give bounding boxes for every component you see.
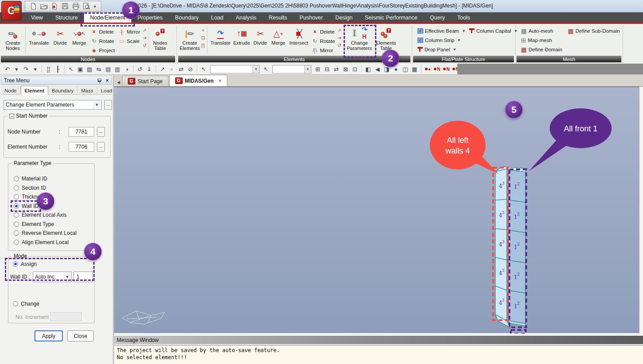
snap-settings-icon[interactable]: ⣿ [44, 65, 53, 73]
display-element-number-icon[interactable]: N [442, 65, 451, 73]
project-nodes-button[interactable]: ◈Project [89, 46, 117, 55]
scale-nodes-button[interactable]: ▭Scale [117, 36, 142, 46]
radio-element-local-axis[interactable]: Element Local Axis [13, 211, 67, 220]
activate-all-icon[interactable]: ⊠ [341, 65, 350, 73]
unselect-single-icon[interactable]: ↗ [158, 65, 167, 73]
translate-elements-button[interactable]: ↷ Translate [209, 26, 232, 46]
tab-midas-gen[interactable]: G MIDAS/Gen × [169, 75, 227, 86]
zoom-window-icon[interactable]: ◧ [364, 65, 373, 73]
menu-results[interactable]: Results [263, 12, 294, 23]
tree-tab-node[interactable]: Node [1, 86, 21, 94]
select-intersect-icon[interactable]: ⇆ [94, 65, 103, 73]
tree-tab-mass[interactable]: Mass [77, 86, 97, 94]
delete-elements-button[interactable]: ×Delete [310, 27, 337, 36]
radio-material-id[interactable]: Material ID [13, 174, 48, 184]
inactivate-icon[interactable]: ⊟ [322, 65, 332, 73]
compact-element-icon-5[interactable]: ⇥ [337, 35, 341, 42]
menu-view[interactable]: View [25, 12, 49, 23]
combo-arrow-icon[interactable]: ▼ [304, 65, 311, 73]
activate-icon[interactable]: ⊞ [313, 65, 322, 73]
tab-start-page[interactable]: G Start Page [122, 76, 168, 86]
menu-structure[interactable]: Structure [49, 12, 84, 23]
tab-scroll-left-icon[interactable]: ◀ [115, 78, 122, 86]
map-mesh-button[interactable]: ⊞Map-mesh [519, 35, 554, 45]
select-group-icon[interactable]: ◑ [122, 65, 131, 73]
compact-element-icon-3[interactable]: ∏ [201, 43, 205, 50]
quick-query-icon[interactable]: ↖ [261, 65, 271, 73]
quick-query-combo[interactable]: ▼ [272, 65, 311, 73]
unselect-all-icon[interactable]: ⊘ [186, 65, 195, 73]
display-node-icon[interactable]: ● [423, 65, 432, 73]
divide-elements-button[interactable]: ✂ Divide [251, 26, 269, 46]
undo-icon[interactable]: ↶ [3, 65, 12, 73]
define-domain-button[interactable]: ▦Define Domain [519, 45, 564, 54]
recent-file-icon[interactable]: i [50, 2, 59, 11]
radio-change[interactable]: Change [13, 301, 39, 307]
customize-toolbar-icon[interactable]: ▾ [92, 4, 97, 9]
open-file-icon[interactable] [39, 2, 48, 11]
extrude-elements-button[interactable]: ↑ Extrude [232, 26, 251, 46]
node-number-field[interactable]: 7781 [69, 127, 94, 137]
start-number-checkbox[interactable]: – [9, 114, 14, 119]
nodes-table-button[interactable]: T Nodes Table [150, 26, 170, 51]
midas-gen-logo[interactable]: G [1, 1, 22, 20]
activate-identity-icon[interactable]: ⊡ [350, 65, 360, 73]
wall-id-value-field[interactable]: 1 [73, 272, 93, 282]
select-plane-icon[interactable]: ▤ [103, 65, 113, 73]
select-volume-icon[interactable]: ▥ [113, 65, 122, 73]
redo-history-icon[interactable]: ▾ [31, 65, 40, 73]
wall-id-mode-combo[interactable]: Auto Inc.▼ [33, 272, 72, 282]
element-number-ellipsis-button[interactable]: ... [97, 142, 105, 152]
function-ellipsis-button[interactable]: ... [104, 100, 112, 110]
mirror-nodes-button[interactable]: ∙|∙Mirror [117, 27, 142, 36]
dropdown-icon[interactable]: ▼ [457, 38, 461, 42]
translate-nodes-button[interactable]: → Translate [27, 26, 51, 46]
unselect-line-icon[interactable]: ⇄ [176, 65, 186, 73]
create-nodes-button[interactable]: ✏ Create Nodes [2, 26, 24, 51]
select-previous-icon[interactable]: ↺ [135, 65, 145, 73]
close-panel-icon[interactable]: × [106, 77, 109, 84]
menu-boundary[interactable]: Boundary [169, 12, 205, 23]
tree-tab-element[interactable]: Element [21, 86, 49, 95]
radio-align-element-local[interactable]: Align Element Local [13, 238, 69, 247]
tree-tab-load[interactable]: Load [97, 86, 116, 94]
combo-arrow-icon[interactable]: ▼ [93, 101, 101, 109]
model-viewport[interactable]: 43 43 43 43 43 12 12 12 12 12 All lef [114, 87, 643, 333]
menu-analysis[interactable]: Analysis [230, 12, 263, 23]
apply-button[interactable]: Apply [34, 330, 63, 341]
select-window-icon[interactable]: ▣ [76, 65, 85, 73]
define-sub-domain-button[interactable]: ▦Define Sub-Domain [566, 26, 622, 35]
radio-element-type[interactable]: Element Type [13, 220, 55, 229]
print-icon[interactable] [71, 2, 80, 11]
unselect-window-icon[interactable]: ▫ [167, 65, 176, 73]
compact-node-icon-1[interactable]: ↗ [143, 28, 146, 34]
auto-mesh-button[interactable]: ▦Auto-mesh [519, 26, 566, 35]
menu-pushover[interactable]: Pushover [293, 12, 329, 23]
divide-nodes-button[interactable]: ✂ Divide [51, 26, 69, 46]
radio-assign[interactable]: Assign [13, 261, 37, 267]
elements-table-button[interactable]: T Elements Table [375, 26, 397, 51]
merge-elements-button[interactable]: △+ Merge [269, 26, 287, 46]
combo-arrow-icon[interactable]: ▼ [253, 65, 259, 73]
compact-element-icon-2[interactable]: ⊡ [201, 35, 205, 42]
column-strip-button[interactable]: ✓Column Strip▼ [416, 35, 463, 45]
shrink-icon[interactable]: ◫ [401, 65, 410, 73]
display-option-icon[interactable]: ▦ [410, 65, 419, 73]
select-polygon-icon[interactable]: ▨ [85, 65, 94, 73]
effective-beam-button[interactable]: ✓Effective Beam▼ [416, 26, 467, 35]
pin-icon[interactable] [98, 79, 101, 82]
rotate-elements-button[interactable]: ↻Rotate [310, 36, 337, 46]
new-file-icon[interactable] [29, 2, 38, 11]
function-select-combo[interactable]: Change Element Parameters ▼ [4, 100, 102, 110]
change-parameters-button[interactable]: IH↷ Change Parameters [346, 26, 373, 51]
select-recent-icon[interactable]: ⇓ [145, 65, 154, 73]
display-node-number-icon[interactable]: N [432, 65, 442, 73]
tab-close-icon[interactable]: × [218, 78, 222, 84]
node-number-ellipsis-button[interactable]: ... [97, 127, 105, 137]
compact-element-icon-4[interactable]: ↗ [337, 28, 341, 34]
dropdown-icon[interactable]: ▼ [453, 47, 457, 52]
pick-select-icon[interactable]: ↖ [199, 65, 208, 73]
tree-tab-boundary[interactable]: Boundary [48, 86, 77, 94]
menu-query[interactable]: Query [424, 12, 451, 23]
menu-design[interactable]: Design [329, 12, 359, 23]
